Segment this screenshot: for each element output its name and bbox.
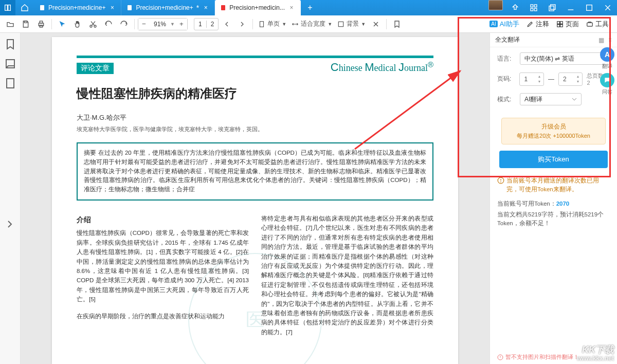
close-icon[interactable]: × (288, 4, 295, 11)
page-from-input[interactable]: 1▴▾ (519, 72, 543, 86)
modified-indicator: * (196, 4, 199, 12)
pdf-page: 评论文章 Chinese Medical Journal® 慢性阻塞性肺疾病的精… (52, 37, 458, 364)
site-url-watermark: www.kkx.net (577, 355, 614, 362)
svg-rect-13 (24, 21, 27, 23)
body-para: 将特定患者与具有相似临床表现的其他患者区分开来的表型或心理社会特征。[7]几个世… (261, 214, 433, 337)
annotate-button[interactable]: 注释 (527, 20, 549, 29)
undo-button[interactable] (101, 17, 116, 31)
svg-rect-5 (531, 8, 533, 11)
clear-button[interactable] (369, 17, 383, 31)
ai-assist-button[interactable]: AIAI助手 (489, 20, 519, 29)
svg-rect-6 (534, 8, 537, 11)
redo-button[interactable] (117, 17, 131, 31)
user-avatar[interactable] (488, 0, 503, 10)
svg-rect-30 (7, 79, 14, 88)
body-para: 慢性阻塞性肺疾病（COPD）很常见，会导致显著的死亡率和发病率。全球疾病负担研究… (77, 228, 249, 304)
bookmarks-rail-button[interactable] (4, 38, 16, 50)
home-button[interactable] (15, 0, 34, 15)
svg-rect-19 (260, 21, 264, 27)
maximize-button[interactable] (580, 0, 598, 15)
tab-title: Precision+medicin... (229, 4, 285, 11)
thumbnails-rail-button[interactable] (4, 77, 16, 89)
svg-rect-24 (557, 21, 560, 24)
svg-rect-27 (560, 24, 563, 27)
new-tab-button[interactable]: + (301, 0, 319, 15)
pages-button[interactable]: 页面 (556, 20, 579, 29)
panel-title: 全文翻译 (495, 35, 520, 44)
prev-page-button[interactable] (220, 17, 234, 31)
bookmark-button[interactable] (390, 17, 404, 31)
fit-width-button[interactable]: 适合宽度▼ (289, 20, 334, 28)
panel-close-icon[interactable]: × (608, 37, 612, 44)
close-icon[interactable]: × (108, 4, 116, 11)
page-sep: — (548, 76, 554, 83)
document-title: 慢性阻塞性肺疾病的精准医疗 (77, 85, 433, 102)
unsupported-warning: 暂不支持图片和扫描件翻译！ (497, 353, 579, 361)
app-logo-icon (0, 0, 15, 15)
svg-rect-4 (534, 5, 537, 7)
svg-rect-20 (339, 22, 343, 26)
page-current[interactable]: 1 (194, 21, 207, 28)
document-viewport[interactable]: 评论文章 Chinese Medical Journal® 慢性阻塞性肺疾病的精… (21, 33, 489, 364)
open-button[interactable] (3, 17, 17, 31)
apps-button[interactable] (524, 0, 543, 15)
upgrade-member-button[interactable]: 升级会员 每月赠送20次 +100000Token (501, 118, 606, 144)
save-button[interactable] (19, 17, 33, 31)
page-total: 2 (207, 21, 219, 28)
review-label: 评论文章 (77, 63, 114, 74)
tab-title: Precision+medicine+ (136, 4, 193, 11)
dock-qa[interactable]: 问答 (599, 73, 615, 96)
page-control[interactable]: 1 2 (194, 18, 219, 30)
journal-name: Chinese Medical Journal® (331, 60, 433, 74)
zoom-control[interactable]: − 91% ▼ + (138, 18, 188, 30)
mode-select[interactable]: AI翻译 (520, 93, 582, 105)
pdf-file-icon (39, 5, 45, 11)
chevron-down-icon (572, 97, 577, 102)
close-icon[interactable]: × (202, 4, 209, 11)
language-select[interactable]: 中文(简体) ⇌ 英语 (520, 52, 610, 65)
expand-rail-button[interactable] (4, 218, 16, 230)
next-page-button[interactable] (235, 17, 249, 31)
svg-rect-25 (560, 21, 563, 24)
page-to-input[interactable]: 2▴▾ (558, 72, 583, 86)
share-button[interactable] (506, 0, 524, 15)
select-tool[interactable] (55, 17, 69, 31)
language-label: 语言: (497, 54, 516, 63)
quota-warning: 当前账号本月赠送的翻译次数已用完，可使用Token来翻译。 (490, 176, 617, 198)
tab-2[interactable]: Precision+medicine+ * × (121, 0, 215, 15)
restore-button[interactable] (543, 0, 561, 15)
dock-translate[interactable]: A 翻译 (599, 47, 615, 70)
tab-1[interactable]: Precision+medicine+ × (34, 0, 121, 15)
svg-rect-15 (40, 21, 42, 23)
panel-grid-icon[interactable]: ▦ (598, 37, 604, 44)
tools-button[interactable]: 工具 (586, 20, 609, 29)
single-page-button[interactable]: 单页▼ (256, 20, 288, 28)
zoom-in-button[interactable]: + (176, 19, 187, 30)
body-para: 在疾病的早期阶段，治疗的重点是改善症状和运动能力 (77, 312, 249, 321)
warning-icon (497, 354, 503, 360)
minimize-button[interactable] (561, 0, 580, 15)
print-button[interactable] (34, 17, 48, 31)
zoom-out-button[interactable]: − (138, 19, 150, 30)
svg-rect-26 (557, 24, 560, 27)
document-affiliation: 埃克塞特大学医学院，医学与健康学院，埃克塞特大学，埃克塞特，英国。 (77, 125, 433, 133)
abstract-box: 摘要 在过去的 20 年里，使用精准医疗方法来治疗慢性阻塞性肺疾病（COPD）已… (77, 142, 433, 201)
background-button[interactable]: 背景▼ (335, 20, 368, 28)
svg-rect-0 (40, 5, 44, 10)
page-range-label: 页码: (497, 75, 515, 83)
tab-3[interactable]: Precision+medicin... × (215, 0, 301, 15)
svg-rect-1 (128, 5, 132, 10)
intro-heading: 介绍 (77, 214, 249, 225)
notes-rail-button[interactable] (4, 58, 16, 70)
svg-rect-7 (551, 5, 555, 9)
close-window-button[interactable] (598, 0, 617, 15)
warning-icon (497, 177, 504, 184)
buy-token-button[interactable]: 购买Token (499, 151, 608, 168)
hand-tool[interactable] (70, 17, 85, 31)
svg-rect-28 (587, 23, 593, 26)
svg-rect-3 (531, 5, 533, 7)
svg-rect-10 (587, 5, 592, 11)
token-balance: 当前账号可用Token：2070 (490, 198, 617, 209)
pdf-file-icon (220, 5, 226, 11)
cut-button[interactable] (86, 17, 100, 31)
